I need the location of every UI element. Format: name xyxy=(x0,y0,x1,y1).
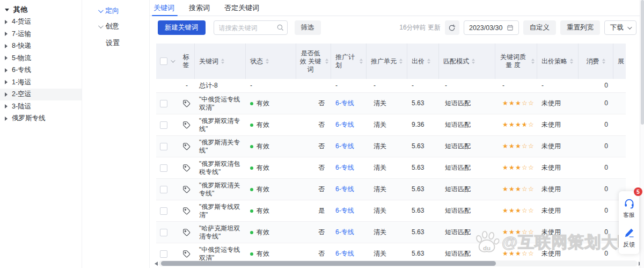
sidebar-item[interactable]: 2-空运 xyxy=(0,89,82,101)
vertical-scroll-thumb[interactable] xyxy=(641,0,644,125)
sort-asc-icon xyxy=(266,59,269,61)
sidebar-item-label: 4-货运 xyxy=(12,17,31,26)
customize-button[interactable]: 自定义 xyxy=(523,20,557,35)
sidebar-item[interactable]: 其他 xyxy=(0,4,82,16)
plan-link[interactable]: 6-专线 xyxy=(335,142,354,150)
tag-icon[interactable] xyxy=(182,121,191,129)
tree-expand-icon[interactable] xyxy=(5,92,8,97)
horizontal-scrollbar[interactable] xyxy=(155,260,642,267)
tag-icon[interactable] xyxy=(182,99,191,108)
quality-stars: ★★★☆☆ xyxy=(502,185,535,193)
row-checkbox[interactable] xyxy=(160,250,167,258)
keyword-text: "俄罗斯双清专线" xyxy=(199,117,243,133)
customer-service-button[interactable]: 客服 xyxy=(623,198,635,219)
tag-icon[interactable] xyxy=(182,164,191,172)
keywords-table: 标签关键词状态是否低效 关键词推广计划推广单元出价匹配模式关键词质量 度出价策略… xyxy=(156,44,626,265)
cell-plan: 6-专线 xyxy=(331,179,367,200)
tag-icon[interactable] xyxy=(182,250,191,258)
feedback-button[interactable]: 反馈 xyxy=(623,227,635,249)
cell-plan: 6-专线 xyxy=(331,114,367,135)
sidebar-item[interactable]: 8-快递 xyxy=(0,40,82,53)
search-icon xyxy=(276,24,284,31)
sidebar-item[interactable]: 6-专线 xyxy=(0,64,82,77)
sort-arrows-icon[interactable] xyxy=(325,59,328,64)
tag-icon[interactable] xyxy=(182,207,191,215)
reset-columns-button[interactable]: 重置列宽 xyxy=(560,20,600,35)
subnav-item[interactable]: 定向 xyxy=(98,4,149,17)
plan-link[interactable]: 6-专线 xyxy=(335,185,354,193)
row-checkbox[interactable] xyxy=(160,207,167,215)
sort-desc-icon xyxy=(221,62,224,64)
star-filled-icon: ★ xyxy=(509,250,515,258)
sidebar-item[interactable]: 1-海运 xyxy=(0,76,82,89)
sort-arrows-icon[interactable] xyxy=(399,59,402,64)
horizontal-scroll-thumb[interactable] xyxy=(161,261,496,266)
tree-expand-icon[interactable] xyxy=(5,104,8,108)
plan-link[interactable]: 6-专线 xyxy=(335,228,354,236)
cell-plan: 6-专线 xyxy=(331,136,367,157)
tree-expand-icon[interactable] xyxy=(5,44,8,48)
cell-plan: 6-专线 xyxy=(331,222,367,243)
sidebar-item[interactable]: 俄罗斯专线 xyxy=(0,113,82,125)
scroll-left-arrow-icon[interactable] xyxy=(155,262,158,266)
sort-arrows-icon[interactable] xyxy=(602,59,605,64)
summary-cell-low_efficiency xyxy=(296,79,331,92)
star-filled-icon: ★ xyxy=(502,99,509,107)
plan-link[interactable]: 6-专线 xyxy=(335,250,354,258)
cell-cost: 0 xyxy=(579,114,613,135)
sort-desc-icon xyxy=(399,62,402,64)
row-checkbox[interactable] xyxy=(160,121,167,129)
date-picker[interactable]: 2023/03/30 xyxy=(464,20,519,35)
new-keyword-button[interactable]: 新建关键词 xyxy=(158,20,206,35)
tree-expand-icon[interactable] xyxy=(5,20,8,24)
tree-expand-icon[interactable] xyxy=(5,80,8,84)
table-toolbar: 新建关键词 筛选 16分钟前 更新 2023/03/30 自定义 重置列宽 下载 xyxy=(158,20,636,35)
sort-arrows-icon[interactable] xyxy=(266,59,269,64)
select-all-checkbox[interactable] xyxy=(160,57,167,65)
tag-icon[interactable] xyxy=(182,185,191,194)
tree-collapse-icon[interactable] xyxy=(5,9,9,11)
sort-arrows-icon[interactable] xyxy=(531,59,535,64)
tag-icon[interactable] xyxy=(182,142,191,151)
sidebar-item[interactable]: 4-货运 xyxy=(0,16,82,28)
sort-arrows-icon[interactable] xyxy=(360,59,363,64)
tree-expand-icon[interactable] xyxy=(5,68,8,73)
cell-plan: 6-专线 xyxy=(331,157,367,178)
row-checkbox[interactable] xyxy=(160,164,167,172)
plan-link[interactable]: 6-专线 xyxy=(335,164,354,172)
sidebar-item[interactable]: 5-物流 xyxy=(0,52,82,64)
refresh-button[interactable] xyxy=(445,20,459,35)
plan-link[interactable]: 6-专线 xyxy=(335,207,354,215)
row-checkbox[interactable] xyxy=(160,100,167,107)
sort-arrows-icon[interactable] xyxy=(570,59,573,64)
tree-expand-icon[interactable] xyxy=(5,56,8,60)
plan-link[interactable]: 6-专线 xyxy=(335,99,354,107)
subnav-item[interactable]: 设置 xyxy=(98,37,149,49)
sidebar-item[interactable]: 3-陆运 xyxy=(0,100,82,113)
row-checkbox[interactable] xyxy=(160,143,167,150)
row-checkbox[interactable] xyxy=(160,229,167,236)
sort-arrows-icon[interactable] xyxy=(221,59,224,64)
vertical-scrollbar[interactable] xyxy=(640,0,644,268)
cell-strategy: 未使用 xyxy=(537,136,579,157)
status-active-dot xyxy=(250,145,253,148)
sidebar-item[interactable]: 7-运输 xyxy=(0,28,82,40)
select-menu-chevron-icon[interactable] xyxy=(171,58,175,62)
tree-expand-icon[interactable] xyxy=(5,32,8,36)
filter-button[interactable]: 筛选 xyxy=(295,20,321,35)
tab-item[interactable]: 否定关键词 xyxy=(224,0,259,16)
sort-arrows-icon[interactable] xyxy=(427,59,430,64)
row-checkbox[interactable] xyxy=(160,186,167,193)
tab-item[interactable]: 搜索词 xyxy=(189,0,210,16)
subnav-item[interactable]: 创意 xyxy=(98,20,149,33)
cell-status: 有效 xyxy=(246,179,296,200)
tag-icon[interactable] xyxy=(182,228,191,237)
chevron-down-icon xyxy=(98,23,104,28)
tab-active[interactable]: 关键词 xyxy=(153,0,174,16)
tree-expand-icon[interactable] xyxy=(5,117,8,121)
download-button[interactable]: 下载 xyxy=(604,20,636,35)
horizontal-scroll-track[interactable] xyxy=(159,260,638,266)
sort-arrows-icon[interactable] xyxy=(472,59,475,64)
cell-unit: 清关 xyxy=(367,179,407,200)
plan-link[interactable]: 6-专线 xyxy=(335,121,354,129)
